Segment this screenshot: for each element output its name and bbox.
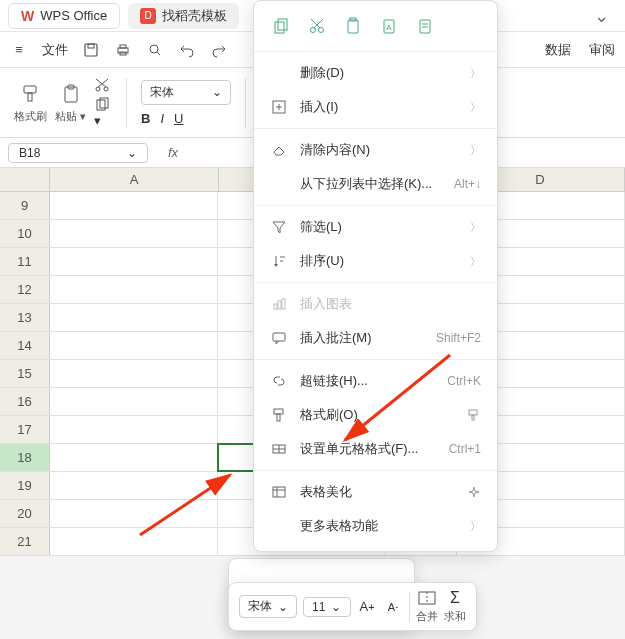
row-header[interactable]: 20 (0, 500, 50, 527)
cell[interactable] (50, 248, 218, 275)
filter-icon (270, 219, 288, 235)
cell[interactable] (50, 472, 218, 499)
svg-marker-57 (274, 264, 278, 267)
cell[interactable] (50, 528, 218, 555)
chevron-right-icon: 〉 (470, 100, 481, 115)
svg-rect-63 (273, 333, 285, 341)
format-painter-label: 格式刷 (14, 109, 47, 124)
print-icon[interactable] (114, 41, 132, 59)
menu-insert[interactable]: 插入(I)〉 (254, 90, 497, 124)
sort-icon (270, 253, 288, 269)
cell[interactable] (50, 416, 218, 443)
cell[interactable] (50, 360, 218, 387)
select-all-corner[interactable] (0, 168, 50, 191)
paste-label: 粘贴 ▾ (55, 109, 86, 124)
chevron-down-icon: ⌄ (278, 600, 288, 614)
cell[interactable] (50, 192, 218, 219)
preview-icon[interactable] (146, 41, 164, 59)
mini-size-select[interactable]: 11⌄ (303, 597, 351, 617)
svg-rect-67 (472, 415, 474, 420)
cell[interactable] (50, 444, 218, 471)
tab-label: 找稻壳模板 (162, 7, 227, 25)
menu-hyperlink[interactable]: 超链接(H)...Ctrl+K (254, 364, 497, 398)
save-icon[interactable] (82, 41, 100, 59)
chart-icon (270, 296, 288, 312)
cell[interactable] (50, 500, 218, 527)
fx-button[interactable]: fx (168, 145, 178, 160)
row-header[interactable]: 17 (0, 416, 50, 443)
file-menu[interactable]: 文件 (42, 41, 68, 59)
svg-rect-3 (120, 45, 126, 48)
menu-review[interactable]: 审阅 (589, 41, 615, 59)
row-header[interactable]: 9 (0, 192, 50, 219)
row-header[interactable]: 10 (0, 220, 50, 247)
name-box[interactable]: B18⌄ (8, 143, 148, 163)
svg-rect-0 (85, 44, 97, 56)
svg-line-6 (157, 52, 160, 55)
menu-select-from-list[interactable]: 从下拉列表中选择(K)...Alt+↓ (254, 167, 497, 201)
insert-icon (270, 99, 288, 115)
col-header-a[interactable]: A (50, 168, 219, 191)
svg-rect-46 (348, 20, 358, 33)
format-painter-icon (270, 407, 288, 423)
tab-wps-office[interactable]: W WPS Office (8, 3, 120, 29)
menu-beautify[interactable]: 表格美化 (254, 475, 497, 509)
undo-icon[interactable] (178, 41, 196, 59)
paste-special-icon[interactable] (414, 15, 436, 37)
menu-insert-comment[interactable]: 插入批注(M)Shift+F2 (254, 321, 497, 355)
cell[interactable] (50, 220, 218, 247)
increase-font-icon[interactable]: A+ (357, 598, 377, 616)
row-header[interactable]: 15 (0, 360, 50, 387)
cut-icon[interactable] (94, 77, 112, 93)
menu-sort[interactable]: 排序(U)〉 (254, 244, 497, 278)
menu-format-painter[interactable]: 格式刷(O) (254, 398, 497, 432)
paste-button[interactable]: 粘贴 ▾ (55, 81, 86, 124)
row-header[interactable]: 21 (0, 528, 50, 555)
svg-point-11 (96, 87, 100, 91)
menu-delete[interactable]: 删除(D)〉 (254, 56, 497, 90)
menu-insert-chart: 插入图表 (254, 287, 497, 321)
menu-data[interactable]: 数据 (545, 41, 571, 59)
row-header[interactable]: 12 (0, 276, 50, 303)
paste-icon[interactable] (342, 15, 364, 37)
format-painter-button[interactable]: 格式刷 (14, 81, 47, 124)
tab-daoke-templates[interactable]: D 找稻壳模板 (128, 3, 239, 29)
svg-rect-64 (274, 409, 283, 414)
decrease-font-icon[interactable]: A- (383, 598, 403, 616)
cell[interactable] (50, 276, 218, 303)
dropdown-icon[interactable]: ⌄ (586, 5, 617, 27)
cell[interactable] (50, 388, 218, 415)
mini-font-select[interactable]: 宋体⌄ (239, 595, 297, 618)
paste-text-icon[interactable]: A (378, 15, 400, 37)
mini-sum-button[interactable]: Σ 求和 (444, 589, 466, 624)
row-header[interactable]: 18 (0, 444, 50, 471)
cut-icon[interactable] (306, 15, 328, 37)
row-header[interactable]: 14 (0, 332, 50, 359)
row-header[interactable]: 19 (0, 472, 50, 499)
cell[interactable] (50, 332, 218, 359)
row-header[interactable]: 13 (0, 304, 50, 331)
bold-button[interactable]: B (141, 111, 150, 126)
hamburger-icon[interactable]: ≡ (10, 41, 28, 59)
copy-icon[interactable]: ▾ (94, 97, 112, 128)
menu-filter[interactable]: 筛选(L)〉 (254, 210, 497, 244)
cell[interactable] (50, 304, 218, 331)
separator (245, 78, 246, 128)
magic-icon (467, 485, 481, 499)
menu-cell-format[interactable]: 设置单元格格式(F)...Ctrl+1 (254, 432, 497, 466)
copy-icon[interactable] (270, 15, 292, 37)
mini-merge-button[interactable]: 合并 (416, 589, 438, 624)
redo-icon[interactable] (210, 41, 228, 59)
row-header[interactable]: 16 (0, 388, 50, 415)
menu-more-table[interactable]: 更多表格功能〉 (254, 509, 497, 543)
chevron-down-icon: ⌄ (212, 85, 222, 99)
separator (126, 78, 127, 128)
chevron-right-icon: 〉 (470, 220, 481, 235)
italic-button[interactable]: I (160, 111, 164, 126)
eraser-icon (270, 142, 288, 158)
font-family-select[interactable]: 宋体⌄ (141, 80, 231, 105)
underline-button[interactable]: U (174, 111, 183, 126)
wps-logo-icon: W (21, 8, 34, 24)
row-header[interactable]: 11 (0, 248, 50, 275)
menu-clear-contents[interactable]: 清除内容(N)〉 (254, 133, 497, 167)
